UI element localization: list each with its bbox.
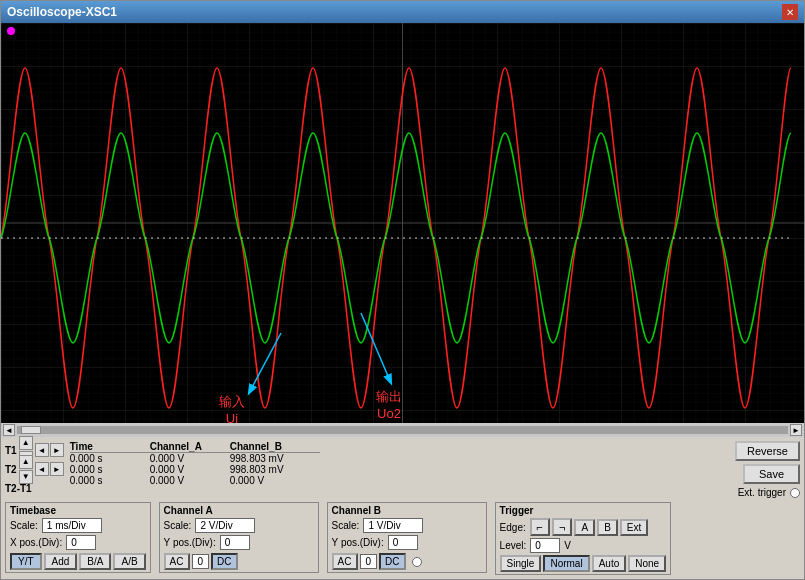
scroll-right-button[interactable]: ►: [790, 424, 802, 436]
t1-label: T1: [5, 445, 17, 456]
t2t1-cha: 0.000 V: [150, 475, 230, 486]
channel-b-title: Channel B: [332, 505, 482, 516]
chb-scale-value[interactable]: 1 V/Div: [363, 518, 423, 533]
t2t1-chb: 0.000 V: [230, 475, 320, 486]
trigger-none-button[interactable]: None: [628, 555, 666, 572]
channel-a-title: Channel A: [164, 505, 314, 516]
timebase-group: Timebase Scale: 1 ms/Div X pos.(Div): 0 …: [5, 502, 151, 573]
reverse-save-area: Reverse Save Ext. trigger: [735, 441, 800, 498]
trigger-group: Trigger Edge: ⌐ ¬ A B Ext Level: 0 V Sin…: [495, 502, 672, 575]
xpos-value[interactable]: 0: [66, 535, 96, 550]
t2-time: 0.000 s: [70, 464, 150, 475]
channel-a-group: Channel A Scale: 2 V/Div Y pos.(Div): 0 …: [159, 502, 319, 573]
cha-scale-label: Scale:: [164, 520, 192, 531]
timebase-title: Timebase: [10, 505, 146, 516]
chb-ypos-value[interactable]: 0: [388, 535, 418, 550]
t1-up-button[interactable]: ▲: [19, 436, 33, 450]
trigger-level-row: Level: 0 V: [500, 538, 667, 553]
t1-left-button[interactable]: ◄: [35, 443, 49, 457]
channel-indicator: [7, 27, 15, 35]
chb-scale-row: Scale: 1 V/Div: [332, 518, 482, 533]
t2t1-time: 0.000 s: [70, 475, 150, 486]
trigger-chb-button[interactable]: B: [597, 519, 618, 536]
save-button[interactable]: Save: [743, 464, 800, 484]
scrollbar[interactable]: ◄ ►: [1, 423, 804, 437]
channel-b-group: Channel B Scale: 1 V/Div Y pos.(Div): 0 …: [327, 502, 487, 573]
input-annotation: 输入 Ui: [219, 393, 245, 423]
t1-cha: 0.000 V: [150, 453, 230, 464]
t1-time: 0.000 s: [70, 453, 150, 464]
trigger-normal-button[interactable]: Normal: [543, 555, 589, 572]
cha-ypos-row: Y pos.(Div): 0: [164, 535, 314, 550]
cha-buttons: AC 0 DC: [164, 553, 314, 570]
cha-zero-button[interactable]: 0: [192, 554, 210, 569]
t1-chb: 998.803 mV: [230, 453, 320, 464]
window-title: Oscilloscope-XSC1: [7, 5, 117, 19]
yt-button[interactable]: Y/T: [10, 553, 42, 570]
timebase-xpos-row: X pos.(Div): 0: [10, 535, 146, 550]
ext-trigger-row: Ext. trigger: [738, 487, 800, 498]
ext-trigger-radio[interactable]: [790, 488, 800, 498]
xpos-label: X pos.(Div):: [10, 537, 62, 548]
t2-right-button[interactable]: ►: [50, 462, 64, 476]
output-annotation: 输出 Uo2: [376, 388, 402, 421]
scroll-thumb[interactable]: [21, 426, 41, 434]
t2-left-button[interactable]: ◄: [35, 462, 49, 476]
trigger-level-unit: V: [564, 540, 571, 551]
scope-display: 输入 Ui 输出 Uo2: [1, 23, 804, 423]
timebase-scale-row: Scale: 1 ms/Div: [10, 518, 146, 533]
chb-buttons: AC 0 DC: [332, 553, 482, 570]
t2-chb: 998.803 mV: [230, 464, 320, 475]
col-time-header: Time: [70, 441, 150, 453]
cha-dc-button[interactable]: DC: [211, 553, 237, 570]
col-cha-header: Channel_A: [150, 441, 230, 453]
scroll-left-button[interactable]: ◄: [3, 424, 15, 436]
reverse-button[interactable]: Reverse: [735, 441, 800, 461]
trigger-edge-label: Edge:: [500, 522, 528, 533]
chb-scale-label: Scale:: [332, 520, 360, 531]
trigger-fall-button[interactable]: ¬: [552, 518, 572, 536]
trigger-modes-row: Single Normal Auto None: [500, 555, 667, 572]
trigger-auto-button[interactable]: Auto: [592, 555, 627, 572]
col-chb-header: Channel_B: [230, 441, 320, 453]
cha-scale-value[interactable]: 2 V/Div: [195, 518, 255, 533]
trigger-ext-button[interactable]: Ext: [620, 519, 648, 536]
measurements-row: T1 ▲ ▼ ◄ ► T2 ▲ ▼: [5, 441, 800, 498]
oscilloscope-window: Oscilloscope-XSC1 ✕: [0, 0, 805, 580]
t2t1-label: T2-T1: [5, 483, 32, 494]
chb-ypos-row: Y pos.(Div): 0: [332, 535, 482, 550]
measurements-table: Time Channel_A Channel_B 0.000 s 0.000 V…: [70, 441, 731, 486]
trigger-level-label: Level:: [500, 540, 527, 551]
timebase-buttons: Y/T Add B/A A/B: [10, 553, 146, 570]
bottom-panel: T1 ▲ ▼ ◄ ► T2 ▲ ▼: [1, 437, 804, 579]
controls-row: Timebase Scale: 1 ms/Div X pos.(Div): 0 …: [5, 502, 800, 575]
ab-button[interactable]: A/B: [113, 553, 145, 570]
titlebar: Oscilloscope-XSC1 ✕: [1, 1, 804, 23]
cha-ac-button[interactable]: AC: [164, 553, 190, 570]
chb-zero-button[interactable]: 0: [360, 554, 378, 569]
t2-cha: 0.000 V: [150, 464, 230, 475]
ext-trigger-label: Ext. trigger: [738, 487, 786, 498]
chb-dc-button[interactable]: DC: [379, 553, 405, 570]
chb-ac-button[interactable]: AC: [332, 553, 358, 570]
cha-scale-row: Scale: 2 V/Div: [164, 518, 314, 533]
trigger-level-value[interactable]: 0: [530, 538, 560, 553]
trigger-cha-button[interactable]: A: [574, 519, 595, 536]
cha-ypos-value[interactable]: 0: [220, 535, 250, 550]
trigger-rise-button[interactable]: ⌐: [530, 518, 550, 536]
scroll-track[interactable]: [17, 426, 788, 434]
chb-radio[interactable]: [412, 557, 422, 567]
trigger-edge-row: Edge: ⌐ ¬ A B Ext: [500, 518, 667, 536]
t2-up-button[interactable]: ▲: [19, 455, 33, 469]
timebase-scale-label: Scale:: [10, 520, 38, 531]
t1-right-button[interactable]: ►: [50, 443, 64, 457]
cursor-labels: T1 ▲ ▼ ◄ ► T2 ▲ ▼: [5, 441, 64, 497]
cha-ypos-label: Y pos.(Div):: [164, 537, 216, 548]
chb-ypos-label: Y pos.(Div):: [332, 537, 384, 548]
close-button[interactable]: ✕: [782, 4, 798, 20]
timebase-scale-value[interactable]: 1 ms/Div: [42, 518, 102, 533]
trigger-single-button[interactable]: Single: [500, 555, 542, 572]
add-button[interactable]: Add: [44, 553, 78, 570]
ba-button[interactable]: B/A: [79, 553, 111, 570]
t2-label: T2: [5, 464, 17, 475]
